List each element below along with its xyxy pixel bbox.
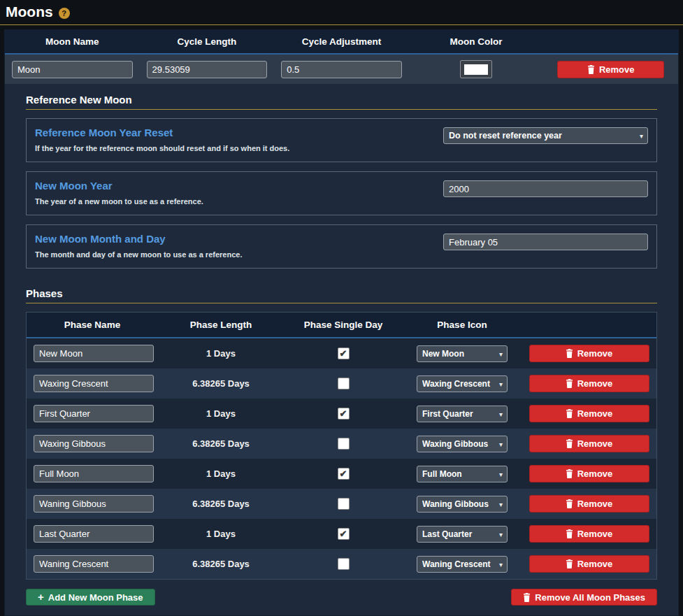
plus-icon: + (38, 592, 44, 602)
add-phase-label: Add New Moon Phase (48, 592, 143, 603)
phase-row: 6.38265 Days Waning Gibbous ▾ Remove (27, 489, 656, 519)
column-header-cycle-length: Cycle Length (140, 36, 275, 47)
section-title-reference-new-moon: Reference New Moon (26, 84, 657, 110)
phase-length-value: 6.38265 Days (192, 499, 250, 509)
column-header-phase-name: Phase Name (27, 320, 158, 330)
remove-phase-label: Remove (577, 559, 613, 569)
phase-name-input[interactable] (34, 375, 154, 392)
remove-phase-button[interactable]: Remove (529, 405, 649, 422)
remove-moon-label: Remove (599, 64, 635, 75)
phase-single-day-checkbox[interactable] (338, 498, 350, 510)
phase-name-input[interactable] (34, 525, 154, 543)
phase-row: 1 Days New Moon ▾ Remove (27, 338, 656, 368)
phase-single-day-checkbox[interactable] (338, 528, 350, 540)
new-moon-year-input[interactable] (443, 180, 648, 197)
phase-row: 6.38265 Days Waxing Crescent ▾ Remove (27, 368, 656, 399)
setting-label: Reference Moon Year Reset (35, 127, 289, 138)
phase-name-input[interactable] (34, 555, 154, 573)
phase-icon-select[interactable]: Waxing Crescent (417, 375, 508, 392)
page-header: Moons ? (0, 0, 683, 25)
trash-icon (566, 409, 573, 418)
phase-single-day-checkbox[interactable] (338, 408, 350, 420)
remove-phase-button[interactable]: Remove (529, 555, 649, 573)
phase-length-value: 1 Days (206, 348, 236, 359)
remove-phase-label: Remove (577, 378, 613, 389)
phase-row: 6.38265 Days Waning Crescent ▾ Remove (27, 549, 656, 579)
setting-description: If the year for the reference moon shoul… (35, 144, 289, 152)
help-icon[interactable]: ? (59, 8, 70, 19)
reference-year-reset-select[interactable]: Do not reset reference year (443, 127, 648, 144)
phase-length-value: 6.38265 Days (192, 378, 250, 389)
trash-icon (566, 439, 573, 448)
phase-single-day-checkbox[interactable] (338, 348, 350, 359)
setting-new-moon-month-day: New Moon Month and Day The month and day… (26, 224, 657, 268)
cycle-adjustment-input[interactable] (281, 61, 402, 78)
phases-table: Phase Name Phase Length Phase Single Day… (26, 312, 657, 580)
phase-name-input[interactable] (34, 405, 154, 422)
setting-label: New Moon Month and Day (35, 233, 242, 245)
column-header-cycle-adjustment: Cycle Adjustment (274, 36, 409, 47)
phase-length-value: 6.38265 Days (192, 438, 250, 449)
moons-panel: Moon Name Cycle Length Cycle Adjustment … (4, 29, 679, 616)
phase-icon-select[interactable]: Waxing Gibbous (417, 436, 508, 452)
moon-table-header: Moon Name Cycle Length Cycle Adjustment … (5, 30, 678, 55)
phase-row: 1 Days First Quarter ▾ Remove (27, 399, 656, 429)
trash-icon (566, 529, 573, 538)
trash-icon (566, 559, 573, 568)
phases-table-header: Phase Name Phase Length Phase Single Day… (27, 313, 656, 338)
remove-phase-button[interactable]: Remove (529, 525, 649, 543)
phase-icon-select[interactable]: Full Moon (417, 466, 508, 482)
phase-table-body: 1 Days New Moon ▾ Remove 6.38265 Days (27, 338, 656, 579)
page-title: Moons (6, 3, 53, 20)
phase-name-input[interactable] (34, 345, 154, 362)
column-header-moon-name: Moon Name (5, 36, 140, 47)
setting-description: The year of a new moon to use as a refer… (35, 197, 203, 206)
remove-all-phases-label: Remove All Moon Phases (535, 592, 645, 603)
phase-single-day-checkbox[interactable] (338, 378, 350, 389)
remove-phase-label: Remove (577, 468, 613, 479)
remove-all-phases-button[interactable]: Remove All Moon Phases (511, 589, 657, 606)
moon-row: Remove (5, 55, 678, 84)
column-header-moon-color: Moon Color (409, 36, 544, 47)
setting-description: The month and day of a new moon to use a… (35, 250, 242, 259)
phase-row: 1 Days Last Quarter ▾ Remove (27, 519, 656, 549)
remove-phase-button[interactable]: Remove (529, 465, 649, 482)
remove-phase-button[interactable]: Remove (529, 435, 649, 452)
remove-phase-label: Remove (577, 438, 613, 449)
section-title-phases: Phases (26, 278, 657, 303)
setting-reference-year-reset: Reference Moon Year Reset If the year fo… (26, 118, 657, 162)
remove-moon-button[interactable]: Remove (557, 61, 664, 78)
moon-name-input[interactable] (12, 61, 133, 78)
phase-icon-select[interactable]: First Quarter (417, 406, 508, 422)
remove-phase-button[interactable]: Remove (529, 495, 649, 513)
add-phase-button[interactable]: + Add New Moon Phase (26, 589, 155, 606)
new-moon-month-day-input[interactable] (443, 234, 648, 250)
remove-phase-label: Remove (577, 529, 613, 539)
moon-color-picker[interactable] (460, 60, 492, 78)
phase-icon-select[interactable]: Waning Gibbous (417, 496, 508, 513)
cycle-length-input[interactable] (147, 61, 268, 78)
trash-icon (566, 349, 573, 358)
phase-icon-select[interactable]: New Moon (417, 345, 508, 362)
remove-phase-button[interactable]: Remove (529, 345, 649, 362)
phase-icon-select[interactable]: Waning Crescent (417, 556, 508, 573)
phase-name-input[interactable] (34, 465, 154, 482)
trash-icon (566, 379, 573, 388)
phase-single-day-checkbox[interactable] (338, 558, 350, 570)
trash-icon (566, 499, 573, 508)
phase-name-input[interactable] (34, 495, 154, 513)
moon-color-swatch (464, 64, 488, 75)
phase-icon-select[interactable]: Last Quarter (417, 526, 508, 543)
setting-new-moon-year: New Moon Year The year of a new moon to … (26, 171, 657, 215)
column-header-phase-length: Phase Length (158, 320, 284, 330)
phase-length-value: 1 Days (206, 468, 236, 479)
setting-label: New Moon Year (35, 180, 203, 192)
phase-row: 1 Days Full Moon ▾ Remove (27, 459, 656, 489)
phase-length-value: 1 Days (206, 408, 236, 419)
phase-name-input[interactable] (34, 435, 154, 452)
column-header-phase-single-day: Phase Single Day (284, 320, 403, 330)
trash-icon (587, 65, 595, 74)
phase-single-day-checkbox[interactable] (338, 468, 350, 480)
remove-phase-button[interactable]: Remove (529, 375, 649, 392)
phase-single-day-checkbox[interactable] (338, 438, 350, 450)
